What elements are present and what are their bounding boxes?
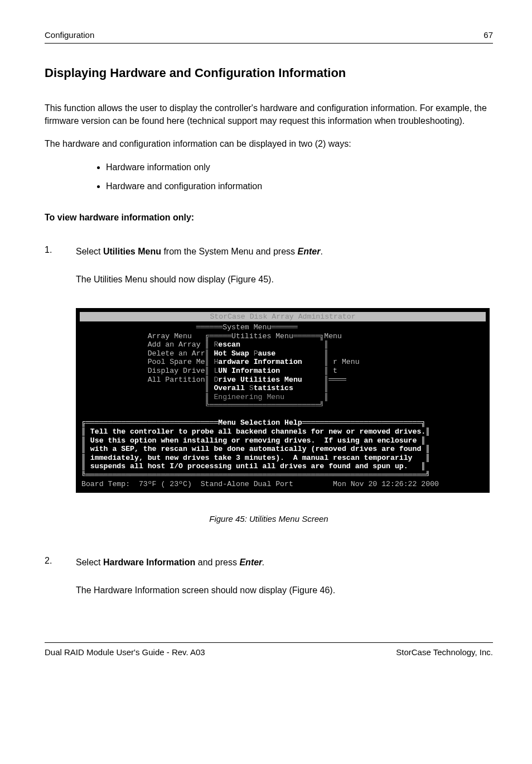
bullet-list: Hardware information only Hardware and c… [45, 161, 493, 194]
step-1: 1. Select Utilities Menu from the System… [45, 245, 493, 286]
terminal-line: ║ Overall Statistics ║ [81, 384, 417, 392]
section-title: Displaying Hardware and Configuration In… [45, 66, 493, 80]
step-number: 2. [45, 556, 76, 597]
step-1-text: Select Utilities Menu from the System Me… [76, 247, 323, 256]
footer-right: StorCase Technology, Inc. [396, 647, 493, 657]
terminal-line: Pool Spare Me║ Hardware Information ║ r … [81, 358, 417, 366]
terminal-line: ║ Use this option when installing or rem… [81, 436, 425, 445]
intro-paragraph-2: The hardware and configuration informati… [45, 137, 493, 150]
header-left: Configuration [45, 30, 94, 40]
bullet-item: Hardware and configuration information [106, 180, 493, 194]
step-2: 2. Select Hardware Information and press… [45, 556, 493, 597]
terminal-status-bar: Board Temp: 73ºF ( 23ºC) Stand-Alone Dua… [81, 480, 439, 488]
page-header: Configuration 67 [45, 30, 493, 44]
terminal-line: ╚═══════════════════════════════════════… [81, 471, 430, 479]
bullet-item: Hardware information only [106, 161, 493, 175]
terminal-screenshot: StorCase Disk Array Administrator ══════… [76, 308, 490, 493]
terminal-window: StorCase Disk Array Administrator ══════… [76, 308, 490, 493]
terminal-line [81, 410, 413, 419]
terminal-line: ║ with a SEP, the rescan will be done au… [81, 445, 430, 453]
procedure-subhead: To view hardware information only: [45, 213, 493, 223]
terminal-line: Delete an Arr║ Hot Swap Pause ║ [81, 349, 417, 358]
step-number: 1. [45, 245, 76, 286]
step-1-result: The Utilities Menu should now display (F… [76, 275, 274, 284]
figure-caption: Figure 45: Utilities Menu Screen [45, 514, 493, 523]
terminal-line: ══════System Menu══════ [81, 323, 413, 331]
terminal-line: All Partition║ Drive Utilities Menu ║═══… [81, 376, 417, 384]
footer-left: Dual RAID Module User's Guide - Rev. A03 [45, 647, 205, 657]
terminal-line: ║ Tell the controller to probe all backe… [81, 427, 430, 436]
page-footer: Dual RAID Module User's Guide - Rev. A03… [45, 642, 493, 657]
terminal-line: ╔══════════════════════════════Menu Sele… [81, 419, 425, 427]
header-page-number: 67 [483, 30, 493, 40]
page-root: Configuration 67 Displaying Hardware and… [0, 0, 532, 679]
terminal-line: ║ Engineering Menu ║ [81, 393, 417, 401]
terminal-line: ║ immediately, but new drives take 3 min… [81, 454, 430, 462]
step-2-text: Select Hardware Information and press En… [76, 558, 265, 567]
terminal-line: Display Drive║ LUN Information ║ t [81, 367, 417, 375]
step-list-continued: 2. Select Hardware Information and press… [45, 556, 493, 597]
step-2-result: The Hardware Information screen should n… [76, 585, 335, 595]
intro-paragraph-1: This function allows the user to display… [45, 102, 493, 127]
terminal-line: ║ suspends all host I/O processing until… [81, 462, 425, 470]
terminal-line: Array Menu ╔═════Utilities Menu══════╗Me… [81, 332, 413, 340]
terminal-line: Add an Array ║ Rescan ║ [81, 340, 417, 349]
terminal-titlebar: StorCase Disk Array Administrator [80, 312, 486, 322]
terminal-line: ╚═════════════════════════╝ [81, 401, 413, 410]
step-list: 1. Select Utilities Menu from the System… [45, 245, 493, 286]
